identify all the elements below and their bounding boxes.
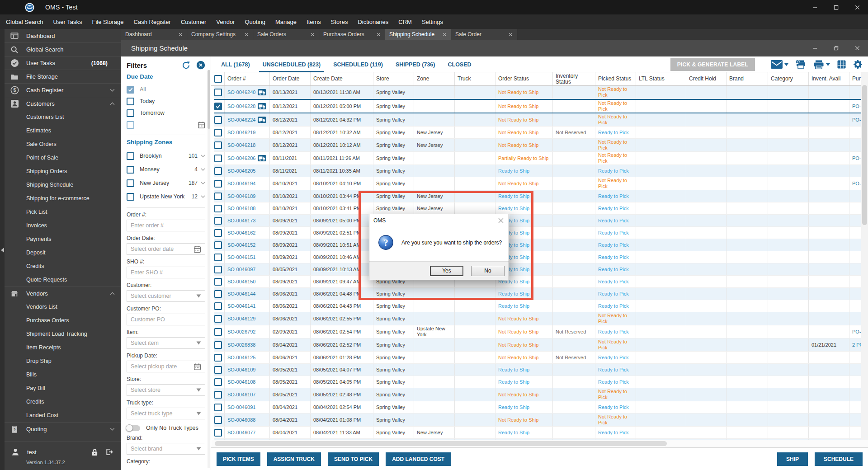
page-minimize-button[interactable] <box>804 40 826 56</box>
sidebar-item-vendors[interactable]: Vendors <box>5 287 121 300</box>
order-number-link[interactable]: SO-0046107 <box>227 392 255 398</box>
sidebar-item-shipping-schedule[interactable]: Shipping Schedule <box>5 178 121 192</box>
row-checkbox[interactable] <box>214 416 222 424</box>
sidebar-item-vendors-list[interactable]: Vendors List <box>5 300 121 314</box>
table-row-so-0046152[interactable]: SO-004615208/09/202108/09/2021 10:51 AMS… <box>214 239 868 251</box>
lock-icon[interactable] <box>91 448 98 456</box>
order-number-link[interactable]: SO-0046097 <box>227 267 255 273</box>
order-number-link[interactable]: SO-0046141 <box>227 303 255 309</box>
menu-item-stores[interactable]: Stores <box>326 14 353 29</box>
row-checkbox[interactable] <box>214 266 222 273</box>
filters-close-icon[interactable] <box>196 61 205 70</box>
sidebar-item-quoting[interactable]: ?Quoting <box>5 422 121 436</box>
item-input[interactable]: Select item <box>127 337 205 349</box>
list-tab-scheduled-119[interactable]: SCHEDULED (119) <box>330 57 387 72</box>
row-checkbox[interactable] <box>214 429 222 437</box>
table-row-so-0046189[interactable]: SO-004618908/10/202108/10/2021 03:44 PMS… <box>214 190 868 202</box>
list-tab-shipped-736[interactable]: SHIPPED (736) <box>392 57 439 72</box>
tab-dashboard[interactable]: Dashboard <box>121 29 187 40</box>
table-row-so-0046108[interactable]: SO-004610808/05/202108/05/2021 04:05 PMS… <box>214 376 868 388</box>
tab-company-settings[interactable]: Company Settings <box>187 29 253 40</box>
order-number-link[interactable]: SO-0046162 <box>227 230 255 236</box>
tab-close-icon[interactable] <box>245 33 249 37</box>
print-button[interactable] <box>813 60 830 69</box>
order-number-link[interactable]: SO-0046194 <box>227 181 255 187</box>
sidebar-item-pick-list[interactable]: Pick List <box>5 205 121 219</box>
order-number-link[interactable]: SO-0046088 <box>227 417 255 423</box>
window-maximize-button[interactable] <box>826 0 847 14</box>
row-checkbox[interactable] <box>214 180 222 188</box>
tab-close-icon[interactable] <box>509 33 513 37</box>
page-close-button[interactable] <box>847 40 868 56</box>
order-input[interactable]: Enter order # <box>127 220 205 231</box>
tab-purchase-orders[interactable]: Purchase Orders <box>319 29 385 40</box>
sidebar-item-bills[interactable]: Bills <box>5 368 121 381</box>
row-checkbox[interactable] <box>214 290 222 298</box>
row-checkbox[interactable] <box>214 254 222 261</box>
sidebar-item-item-receipts[interactable]: Item Receipts <box>5 341 121 354</box>
row-checkbox[interactable] <box>214 217 222 225</box>
order-number-link[interactable]: SO-0046219 <box>227 130 255 136</box>
sidebar-item-invoices[interactable]: Invoices <box>5 219 121 232</box>
row-checkbox[interactable] <box>214 141 222 149</box>
column-header-order-status[interactable]: Order Status <box>495 72 553 85</box>
table-row-so-0046224[interactable]: SO-004622408/12/202108/12/2021 04:32 PMS… <box>214 113 868 127</box>
order-number-link[interactable]: SO-0046129 <box>227 316 255 322</box>
tab-shipping-schedule[interactable]: Shipping Schedule <box>385 29 451 40</box>
sidebar-item-quote-requests[interactable]: Quote Requests <box>5 273 121 287</box>
list-tab-all-1678[interactable]: ALL (1678) <box>217 57 254 72</box>
menu-item-quoting[interactable]: Quoting <box>240 14 270 29</box>
checkbox-upstate-new-york[interactable] <box>127 193 134 201</box>
checkbox-all[interactable] <box>127 86 134 94</box>
checkbox-new-jersey[interactable] <box>127 179 134 187</box>
order-number-link[interactable]: SO-0046205 <box>227 168 255 174</box>
sidebar-item-dashboard[interactable]: Dashboard <box>5 29 121 42</box>
order-date-input[interactable]: Select order date <box>127 243 205 255</box>
sidebar-item-credits[interactable]: Credits <box>5 395 121 409</box>
store-input[interactable]: Select store <box>127 384 205 396</box>
sidebar-item-shipping-for-e-commerce[interactable]: Shipping for e-commerce <box>5 192 121 205</box>
window-close-button[interactable] <box>847 0 868 14</box>
table-row-so-0046173[interactable]: SO-004617308/09/202108/09/2021 05:00 PMS… <box>214 215 868 227</box>
menu-item-user-tasks[interactable]: User Tasks <box>48 14 87 29</box>
order-number-link[interactable]: SO-0046240 <box>227 89 255 95</box>
horizontal-scrollbar-thumb[interactable] <box>215 441 667 446</box>
row-checkbox[interactable] <box>214 391 222 399</box>
row-checkbox[interactable] <box>214 315 222 323</box>
sidebar-item-credits[interactable]: Credits <box>5 259 121 273</box>
sidebar-item-cash-register[interactable]: $Cash Register <box>5 83 121 97</box>
row-checkbox[interactable] <box>214 328 222 336</box>
row-checkbox[interactable] <box>214 404 222 411</box>
column-header-store[interactable]: Store <box>373 72 414 85</box>
sidebar-item-drop-ship[interactable]: Drop Ship <box>5 354 121 368</box>
table-row-so-0046162[interactable]: SO-004616208/09/202108/09/2021 02:51 PMS… <box>214 227 868 239</box>
order-number-link[interactable]: SO-0046228 <box>227 103 255 109</box>
row-checkbox[interactable] <box>214 341 222 349</box>
column-header-inventory-status[interactable]: Inventory Status <box>553 72 595 85</box>
menu-item-settings[interactable]: Settings <box>417 14 448 29</box>
yes-button[interactable]: Yes <box>430 266 463 276</box>
column-header-create-date[interactable]: Create Date <box>311 72 373 85</box>
chevron-down-icon[interactable] <box>201 195 205 198</box>
table-row-so-0046097[interactable]: SO-004609708/05/202108/09/2021 10:13 AMS… <box>214 263 868 276</box>
order-number-link[interactable]: SO-0046189 <box>227 193 255 199</box>
pickup-date-input[interactable]: Select pickup date <box>127 361 205 372</box>
order-number-link[interactable]: SO-0046144 <box>227 291 255 297</box>
print-label-button[interactable] <box>795 60 807 69</box>
checkbox-today[interactable] <box>127 98 134 105</box>
tab-close-icon[interactable] <box>443 33 447 37</box>
sidebar-collapse-handle[interactable] <box>0 245 5 255</box>
order-number-link[interactable]: SO-0046206 <box>227 155 255 161</box>
menu-item-crm[interactable]: CRM <box>393 14 417 29</box>
row-checkbox[interactable] <box>214 378 222 386</box>
sidebar-item-point-of-sale[interactable]: Point of Sale <box>5 151 121 164</box>
chevron-down-icon[interactable] <box>201 182 205 184</box>
row-checkbox[interactable] <box>214 155 222 162</box>
order-number-link[interactable]: SO-0046218 <box>227 142 255 148</box>
sidebar-item-file-storage[interactable]: File Storage <box>5 70 121 83</box>
order-number-link[interactable]: SO-0046077 <box>227 430 255 436</box>
sidebar-item-shipping-orders[interactable]: Shipping Orders <box>5 164 121 178</box>
toggle-switch[interactable] <box>127 425 140 431</box>
order-number-link[interactable]: SO-0046091 <box>227 404 255 410</box>
table-row-so-0046151[interactable]: SO-004615108/09/202108/09/2021 10:46 AMS… <box>214 251 868 263</box>
